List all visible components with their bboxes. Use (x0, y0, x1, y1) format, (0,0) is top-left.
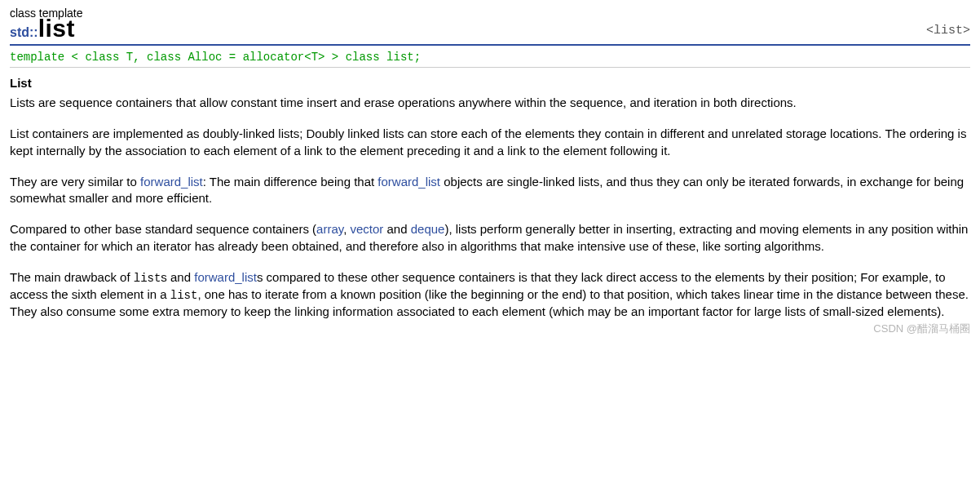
link-array[interactable]: array (316, 222, 343, 236)
page-header: class template std::list <list> (10, 7, 970, 46)
namespace-prefix: std:: (10, 25, 38, 40)
text-fragment: Compared to other base standard sequence… (10, 222, 316, 236)
text-fragment: and (383, 222, 410, 236)
title-line: std::list (10, 15, 82, 42)
section-title: List (10, 76, 970, 90)
link-forward-list[interactable]: forward_list (194, 270, 257, 284)
header-left: class template std::list (10, 7, 82, 42)
paragraph-drawback: The main drawback of lists and forward_l… (10, 269, 970, 320)
paragraph-comparison: Compared to other base standard sequence… (10, 221, 970, 255)
text-fragment: The main drawback of (10, 270, 134, 284)
text-fragment: They are very similar to (10, 175, 140, 189)
link-deque[interactable]: deque (411, 222, 445, 236)
mono-list: list (134, 272, 161, 285)
mono-list: list (170, 289, 198, 302)
paragraph-implementation: List containers are implemented as doubl… (10, 126, 970, 159)
link-forward-list[interactable]: forward_list (377, 175, 440, 189)
paragraph-intro: Lists are sequence containers that allow… (10, 95, 970, 111)
watermark: CSDN @醋溜马桶圈 (873, 322, 970, 336)
link-forward-list[interactable]: forward_list (140, 175, 203, 189)
template-declaration: template < class T, class Alloc = alloca… (10, 49, 970, 68)
paragraph-forward-list: They are very similar to forward_list: T… (10, 174, 970, 207)
link-vector[interactable]: vector (350, 222, 383, 236)
text-fragment: : The main difference being that (203, 175, 378, 189)
header-include-tag: <list> (926, 24, 970, 42)
class-name: list (38, 15, 75, 42)
text-fragment: s and (161, 270, 194, 284)
